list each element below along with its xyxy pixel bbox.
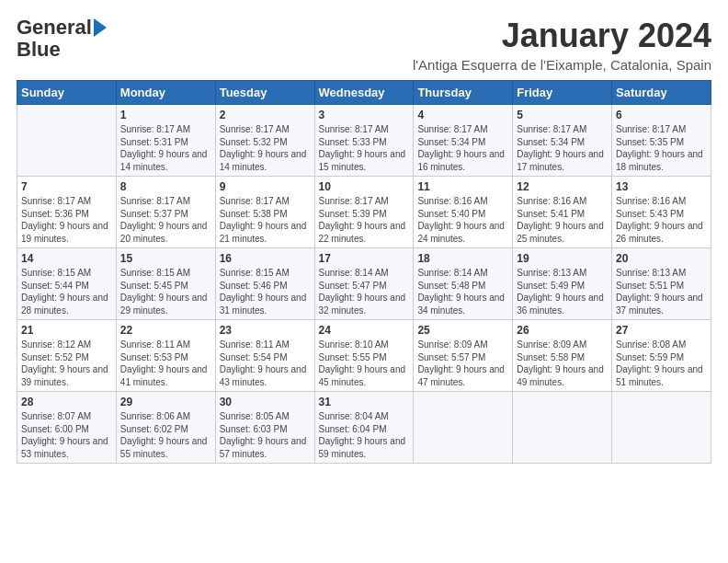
day-number: 14 [21,252,112,265]
day-number: 9 [220,180,311,193]
day-number: 23 [220,324,311,337]
cell-info: Sunrise: 8:13 AMSunset: 5:49 PMDaylight:… [517,268,604,316]
cell-info: Sunrise: 8:09 AMSunset: 5:57 PMDaylight:… [417,339,505,387]
cell-info: Sunrise: 8:15 AMSunset: 5:45 PMDaylight:… [120,268,208,316]
day-number: 16 [220,252,311,265]
cell-info: Sunrise: 8:09 AMSunset: 5:58 PMDaylight:… [517,339,604,387]
cell-info: Sunrise: 8:17 AMSunset: 5:35 PMDaylight:… [616,124,703,172]
cell-4-4 [414,392,513,464]
logo-arrow-icon [94,18,107,37]
day-number: 13 [616,180,707,193]
cell-info: Sunrise: 8:10 AMSunset: 5:55 PMDaylight:… [319,339,406,387]
cell-2-5: 19Sunrise: 8:13 AMSunset: 5:49 PMDayligh… [513,248,612,320]
day-number: 8 [120,180,211,193]
col-tuesday: Tuesday [215,81,314,105]
month-title: January 2024 [413,17,711,55]
cell-3-2: 23Sunrise: 8:11 AMSunset: 5:54 PMDayligh… [215,320,314,392]
cell-info: Sunrise: 8:16 AMSunset: 5:43 PMDaylight:… [616,196,703,244]
title-block: January 2024 l'Antiga Esquerra de l'Eixa… [413,17,711,73]
day-number: 10 [319,180,410,193]
cell-info: Sunrise: 8:11 AMSunset: 5:53 PMDaylight:… [120,339,208,387]
cell-0-0 [17,105,117,177]
col-sunday: Sunday [17,81,117,105]
day-number: 25 [417,324,508,337]
cell-info: Sunrise: 8:15 AMSunset: 5:46 PMDaylight:… [220,268,307,316]
day-number: 28 [21,396,112,408]
day-number: 31 [319,396,410,408]
col-friday: Friday [513,81,612,105]
calendar-table: Sunday Monday Tuesday Wednesday Thursday… [17,80,711,464]
day-number: 15 [120,252,211,265]
day-number: 22 [120,324,211,337]
cell-info: Sunrise: 8:14 AMSunset: 5:47 PMDaylight:… [319,268,406,316]
cell-info: Sunrise: 8:11 AMSunset: 5:54 PMDaylight:… [220,339,307,387]
header: General Blue January 2024 l'Antiga Esque… [17,17,711,73]
cell-2-0: 14Sunrise: 8:15 AMSunset: 5:44 PMDayligh… [17,248,117,320]
cell-4-1: 29Sunrise: 8:06 AMSunset: 6:02 PMDayligh… [116,392,215,464]
cell-1-1: 8Sunrise: 8:17 AMSunset: 5:37 PMDaylight… [116,177,215,248]
cell-info: Sunrise: 8:17 AMSunset: 5:38 PMDaylight:… [220,196,307,244]
day-number: 26 [517,324,608,337]
cell-4-6 [612,392,711,464]
col-wednesday: Wednesday [314,81,414,105]
cell-4-5 [513,392,612,464]
day-number: 5 [517,109,608,121]
day-number: 29 [120,396,211,408]
day-number: 21 [21,324,112,337]
cell-info: Sunrise: 8:05 AMSunset: 6:03 PMDaylight:… [220,411,307,459]
cell-info: Sunrise: 8:17 AMSunset: 5:36 PMDaylight:… [21,196,108,244]
week-row-0: 1Sunrise: 8:17 AMSunset: 5:31 PMDaylight… [17,105,711,177]
logo: General Blue [17,17,107,61]
day-number: 11 [417,180,508,193]
cell-3-0: 21Sunrise: 8:12 AMSunset: 5:52 PMDayligh… [17,320,117,392]
cell-info: Sunrise: 8:17 AMSunset: 5:34 PMDaylight:… [417,124,505,172]
logo-blue: Blue [17,39,61,61]
cell-info: Sunrise: 8:17 AMSunset: 5:31 PMDaylight:… [120,124,208,172]
day-number: 12 [517,180,608,193]
day-number: 19 [517,252,608,265]
day-number: 24 [319,324,410,337]
cell-1-5: 12Sunrise: 8:16 AMSunset: 5:41 PMDayligh… [513,177,612,248]
cell-0-1: 1Sunrise: 8:17 AMSunset: 5:31 PMDaylight… [116,105,215,177]
day-number: 3 [319,109,410,121]
day-number: 6 [616,109,707,121]
day-number: 2 [220,109,311,121]
cell-2-6: 20Sunrise: 8:13 AMSunset: 5:51 PMDayligh… [612,248,711,320]
cell-4-0: 28Sunrise: 8:07 AMSunset: 6:00 PMDayligh… [17,392,117,464]
cell-2-3: 17Sunrise: 8:14 AMSunset: 5:47 PMDayligh… [314,248,414,320]
cell-0-3: 3Sunrise: 8:17 AMSunset: 5:33 PMDaylight… [314,105,414,177]
day-number: 17 [319,252,410,265]
logo-general: General [17,17,92,39]
day-number: 7 [21,180,112,193]
day-number: 4 [417,109,508,121]
cell-info: Sunrise: 8:17 AMSunset: 5:32 PMDaylight:… [220,124,307,172]
cell-3-6: 27Sunrise: 8:08 AMSunset: 5:59 PMDayligh… [612,320,711,392]
week-row-4: 28Sunrise: 8:07 AMSunset: 6:00 PMDayligh… [17,392,711,464]
day-number: 1 [120,109,211,121]
cell-2-1: 15Sunrise: 8:15 AMSunset: 5:45 PMDayligh… [116,248,215,320]
cell-info: Sunrise: 8:04 AMSunset: 6:04 PMDaylight:… [319,411,406,459]
header-row: Sunday Monday Tuesday Wednesday Thursday… [17,81,711,105]
week-row-1: 7Sunrise: 8:17 AMSunset: 5:36 PMDaylight… [17,177,711,248]
cell-4-3: 31Sunrise: 8:04 AMSunset: 6:04 PMDayligh… [314,392,414,464]
cell-0-5: 5Sunrise: 8:17 AMSunset: 5:34 PMDaylight… [513,105,612,177]
cell-info: Sunrise: 8:17 AMSunset: 5:34 PMDaylight:… [517,124,604,172]
cell-info: Sunrise: 8:14 AMSunset: 5:48 PMDaylight:… [417,268,505,316]
cell-info: Sunrise: 8:12 AMSunset: 5:52 PMDaylight:… [21,339,108,387]
cell-1-4: 11Sunrise: 8:16 AMSunset: 5:40 PMDayligh… [414,177,513,248]
col-saturday: Saturday [612,81,711,105]
cell-2-4: 18Sunrise: 8:14 AMSunset: 5:48 PMDayligh… [414,248,513,320]
cell-0-4: 4Sunrise: 8:17 AMSunset: 5:34 PMDaylight… [414,105,513,177]
day-number: 30 [220,396,311,408]
cell-info: Sunrise: 8:16 AMSunset: 5:41 PMDaylight:… [517,196,604,244]
cell-4-2: 30Sunrise: 8:05 AMSunset: 6:03 PMDayligh… [215,392,314,464]
location-title: l'Antiga Esquerra de l'Eixample, Catalon… [413,57,711,73]
cell-1-0: 7Sunrise: 8:17 AMSunset: 5:36 PMDaylight… [17,177,117,248]
cell-info: Sunrise: 8:07 AMSunset: 6:00 PMDaylight:… [21,411,108,459]
week-row-2: 14Sunrise: 8:15 AMSunset: 5:44 PMDayligh… [17,248,711,320]
cell-1-6: 13Sunrise: 8:16 AMSunset: 5:43 PMDayligh… [612,177,711,248]
cell-3-3: 24Sunrise: 8:10 AMSunset: 5:55 PMDayligh… [314,320,414,392]
cell-info: Sunrise: 8:13 AMSunset: 5:51 PMDaylight:… [616,268,703,316]
cell-info: Sunrise: 8:15 AMSunset: 5:44 PMDaylight:… [21,268,108,316]
col-thursday: Thursday [414,81,513,105]
